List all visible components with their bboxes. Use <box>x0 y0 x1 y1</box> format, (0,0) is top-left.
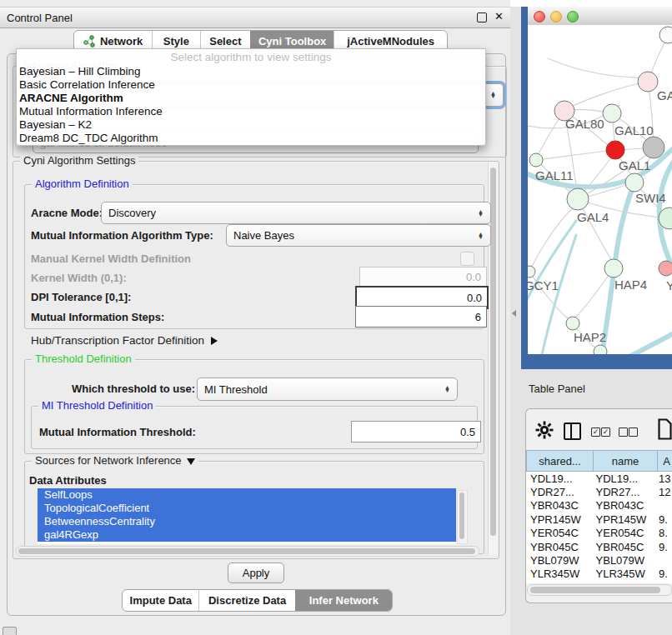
dropdown-item[interactable]: Bayesian – Hill Climbing <box>17 65 485 78</box>
table-row[interactable]: YLR345WYLR345W9. <box>526 568 672 581</box>
dropdown-item[interactable]: Dream8 DC_TDC Algorithm <box>17 132 485 145</box>
network-node[interactable] <box>659 27 672 43</box>
network-node[interactable] <box>594 345 607 354</box>
sources-group-label[interactable]: Sources for Network Inference <box>32 454 198 467</box>
table-row[interactable]: YBR043CYBR043C <box>526 499 672 512</box>
scrollbar-thumb[interactable] <box>18 548 475 554</box>
attribute-item[interactable]: SelfLoops <box>38 488 456 502</box>
scrollbar-thumb[interactable] <box>530 587 660 593</box>
apply-button[interactable]: Apply <box>228 562 284 583</box>
network-node[interactable] <box>566 317 579 330</box>
settings-horizontal-scrollbar[interactable] <box>16 546 479 557</box>
network-node[interactable] <box>638 72 658 92</box>
network-node[interactable] <box>604 259 623 278</box>
table-cell[interactable]: YDR27... <box>526 486 592 498</box>
panel-corner-icon[interactable] <box>3 627 17 635</box>
panel-splitter-arrow-icon[interactable] <box>512 310 516 317</box>
checked-checkbox-icon[interactable]: ✓ <box>601 428 610 437</box>
which-threshold-combo[interactable]: MI Threshold ▲▼ <box>197 378 458 401</box>
network-node[interactable] <box>606 141 624 159</box>
table-cell[interactable]: 8. <box>654 527 672 539</box>
network-node[interactable] <box>625 173 644 192</box>
tab-discretize-data[interactable]: Discretize Data <box>198 590 294 611</box>
attributes-vertical-scrollbar[interactable] <box>457 490 468 544</box>
attribute-item[interactable]: BetweennessCentrality <box>38 515 456 528</box>
table-column-header[interactable]: name <box>594 450 658 472</box>
column-layout-icon[interactable] <box>564 422 581 440</box>
table-cell[interactable]: YBR043C <box>592 499 655 512</box>
network-window-titlebar[interactable] <box>528 7 672 26</box>
attribute-item[interactable]: gal4RGexp <box>38 528 456 542</box>
table-cell[interactable]: YIL052C <box>526 582 592 583</box>
table-row[interactable]: YBL079WYBL079W <box>526 553 672 567</box>
table-column-header[interactable]: A <box>658 450 672 472</box>
data-attributes-list[interactable]: SelfLoopsTopologicalCoefficientBetweenne… <box>38 488 456 544</box>
table-cell[interactable]: YDL19... <box>592 472 655 485</box>
unchecked-checkbox-icon[interactable] <box>619 428 628 437</box>
table-cell[interactable]: YLR345W <box>592 568 655 580</box>
dropdown-item[interactable]: ARACNE Algorithm <box>17 92 485 105</box>
table-cell[interactable]: YPR145W <box>526 513 592 526</box>
zoom-traffic-light[interactable] <box>567 11 579 22</box>
checked-checkbox-icon[interactable]: ✓ <box>591 428 600 437</box>
table-cell[interactable]: YLR345W <box>526 568 592 580</box>
table-cell[interactable]: 13 <box>654 472 672 485</box>
tab-infer-network[interactable]: Infer Network <box>295 590 392 611</box>
aracne-mode-combo[interactable]: Discovery ▲▼ <box>101 202 491 224</box>
table-cell[interactable]: YBL079W <box>592 554 655 567</box>
unchecked-checkbox-icon[interactable] <box>629 428 638 437</box>
table-cell[interactable]: YDR27... <box>592 486 655 498</box>
table-cell[interactable]: 9. <box>654 541 672 553</box>
mi-threshold-field[interactable]: 0.5 <box>351 421 481 442</box>
network-node[interactable] <box>603 104 621 122</box>
table-cell[interactable]: YBR045C <box>526 541 592 553</box>
table-cell[interactable]: 9. <box>654 568 672 580</box>
close-traffic-light[interactable] <box>534 11 545 22</box>
network-node[interactable] <box>529 153 543 167</box>
tab-impute-data[interactable]: Impute Data <box>123 590 198 611</box>
scrollbar-thumb[interactable] <box>490 168 496 536</box>
close-icon[interactable]: ✕ <box>494 10 504 22</box>
attribute-item[interactable]: TopologicalCoefficient <box>38 502 456 515</box>
node-label: GAL10 <box>614 123 654 138</box>
network-node[interactable] <box>567 188 589 210</box>
hub-definition-toggle[interactable]: Hub/Transcription Factor Definition <box>31 334 218 347</box>
dropdown-item[interactable]: Mutual Information Inference <box>17 105 485 118</box>
table-cell[interactable]: YBL079W <box>526 554 592 567</box>
table-cell[interactable]: 0. <box>654 582 672 583</box>
table-cell[interactable]: YBR045C <box>592 541 655 553</box>
minimize-traffic-light[interactable] <box>550 11 562 22</box>
network-node[interactable] <box>528 266 535 278</box>
table-cell[interactable]: 9. <box>654 513 672 526</box>
table-column-header[interactable]: shared... <box>526 450 594 472</box>
table-cell[interactable]: YBR043C <box>526 499 592 512</box>
float-window-icon[interactable] <box>477 12 487 22</box>
table-cell[interactable]: YPR145W <box>592 513 655 526</box>
table-cell[interactable]: YIL052C <box>592 582 655 583</box>
table-cell[interactable]: YER054C <box>592 527 655 539</box>
manual-kernel-checkbox[interactable] <box>460 252 474 266</box>
node-label: GAL1 <box>619 158 650 172</box>
table-cell[interactable]: YDL19... <box>526 472 592 485</box>
table-cell[interactable]: 12 <box>654 486 672 498</box>
document-icon[interactable] <box>658 418 672 441</box>
network-node[interactable] <box>659 261 672 276</box>
mi-steps-field[interactable]: 6 <box>355 306 487 328</box>
table-row[interactable]: YIL052CYIL052C0. <box>526 581 672 583</box>
dropdown-item[interactable]: Bayesian – K2 <box>17 118 485 132</box>
mi-type-combo[interactable]: Naive Bayes ▲▼ <box>226 224 491 247</box>
dropdown-item[interactable]: Basic Correlation Inference <box>17 78 485 92</box>
gear-icon[interactable] <box>535 421 554 439</box>
table-row[interactable]: YDR27...YDR27...12 <box>526 485 672 498</box>
kernel-width-field[interactable]: 0.0 <box>359 267 487 288</box>
table-row[interactable]: YDL19...YDL19...13 <box>526 472 672 485</box>
screen: Control Panel ✕ NetworkStyleSelectCyni T… <box>0 0 672 635</box>
scrollbar-thumb[interactable] <box>459 492 464 539</box>
network-node[interactable] <box>643 137 664 158</box>
table-horizontal-scrollbar[interactable] <box>527 584 672 596</box>
table-cell[interactable]: YER054C <box>526 527 592 539</box>
table-row[interactable]: YER054CYER054C8. <box>526 527 672 540</box>
table-row[interactable]: YBR045CYBR045C9. <box>526 540 672 553</box>
network-canvas[interactable]: GALGAL80GAL10GAL11GAL1SWI4GAL4GCY1HAP4YH… <box>528 25 672 354</box>
table-row[interactable]: YPR145WYPR145W9. <box>526 512 672 526</box>
